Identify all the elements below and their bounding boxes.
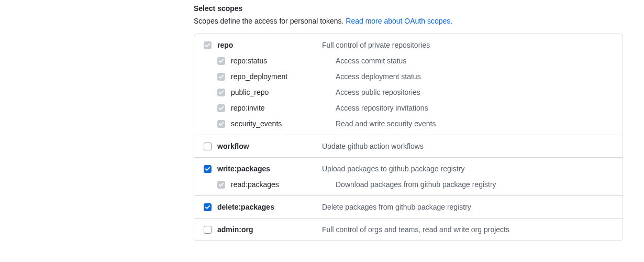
- checkbox-wrap: [216, 88, 226, 97]
- scope-group: workflowUpdate github action workflows: [194, 135, 623, 157]
- scope-row-write-packages: write:packagesUpload packages to github …: [194, 158, 623, 177]
- scope-row-public-repo: public_repoAccess public repositories: [194, 84, 623, 100]
- scope-checkbox-workflow[interactable]: [204, 143, 212, 150]
- scope-row-workflow: workflowUpdate github action workflows: [194, 135, 623, 157]
- section-description: Scopes define the access for personal to…: [194, 17, 623, 25]
- scope-description: Download packages from github package re…: [336, 180, 614, 189]
- scope-list: repoFull control of private repositories…: [194, 34, 623, 241]
- scope-checkbox-repo[interactable]: [204, 41, 212, 49]
- scope-row-repo: repoFull control of private repositories: [194, 34, 623, 53]
- checkbox-wrap: [216, 180, 226, 189]
- scope-name[interactable]: public_repo: [231, 88, 336, 96]
- scope-group: write:packagesUpload packages to github …: [194, 157, 623, 195]
- check-icon: [205, 204, 210, 210]
- description-text: Scopes define the access for personal to…: [194, 17, 346, 25]
- scope-checkbox-read-packages[interactable]: [217, 181, 225, 189]
- scope-description: Access repository invitations: [336, 104, 614, 112]
- scope-description: Update github action workflows: [322, 142, 614, 150]
- scope-checkbox-repo-invite[interactable]: [217, 104, 225, 112]
- scope-row-delete-packages: delete:packagesDelete packages from gith…: [194, 196, 623, 218]
- scope-name[interactable]: read:packages: [231, 180, 336, 189]
- scope-checkbox-repo-status[interactable]: [217, 57, 225, 65]
- scope-checkbox-delete-packages[interactable]: [204, 203, 212, 211]
- check-icon: [218, 182, 224, 188]
- scope-name[interactable]: admin:org: [217, 225, 322, 234]
- scope-name[interactable]: delete:packages: [217, 203, 322, 211]
- scope-row-admin-org: admin:orgFull control of orgs and teams,…: [194, 219, 623, 241]
- checkbox-wrap: [203, 40, 212, 50]
- scope-description: Read and write security events: [336, 119, 614, 128]
- scope-description: Full control of orgs and teams, read and…: [322, 225, 614, 234]
- scope-row-repo-status: repo:statusAccess commit status: [194, 53, 623, 69]
- scope-row-read-packages: read:packagesDownload packages from gith…: [194, 177, 623, 195]
- checkbox-wrap: [216, 72, 226, 81]
- scope-description: Upload packages to github package regist…: [322, 165, 614, 173]
- checkbox-wrap: [203, 141, 212, 151]
- checkbox-wrap: [203, 202, 212, 212]
- scope-group: delete:packagesDelete packages from gith…: [194, 195, 623, 218]
- scope-row-repo-deployment: repo_deploymentAccess deployment status: [194, 69, 623, 84]
- scope-name[interactable]: repo:invite: [231, 104, 336, 112]
- scope-group: repoFull control of private repositories…: [194, 34, 623, 135]
- check-icon: [218, 105, 224, 111]
- scope-row-repo-invite: repo:inviteAccess repository invitations: [194, 100, 623, 116]
- section-title: Select scopes: [194, 4, 623, 13]
- scope-name[interactable]: repo: [217, 41, 322, 49]
- scope-checkbox-security-events[interactable]: [217, 120, 225, 128]
- scope-description: Delete packages from github package regi…: [322, 203, 614, 211]
- scope-checkbox-admin-org[interactable]: [204, 226, 212, 234]
- check-icon: [205, 166, 210, 172]
- check-icon: [218, 90, 224, 95]
- checkbox-wrap: [203, 225, 212, 234]
- scope-name[interactable]: write:packages: [217, 165, 322, 173]
- check-icon: [218, 121, 224, 127]
- scope-name[interactable]: repo_deployment: [231, 72, 336, 81]
- scope-name[interactable]: repo:status: [231, 57, 336, 65]
- checkbox-wrap: [216, 56, 226, 66]
- scope-description: Access public repositories: [336, 88, 614, 96]
- check-icon: [205, 42, 210, 48]
- checkbox-wrap: [216, 103, 226, 113]
- scope-row-security-events: security_eventsRead and write security e…: [194, 116, 623, 135]
- checkbox-wrap: [216, 119, 226, 128]
- scope-name[interactable]: security_events: [231, 119, 336, 128]
- scope-description: Access commit status: [336, 57, 614, 65]
- scope-description: Full control of private repositories: [322, 41, 614, 49]
- checkbox-wrap: [203, 164, 212, 173]
- scope-description: Access deployment status: [336, 72, 614, 81]
- oauth-scopes-link[interactable]: Read more about OAuth scopes.: [346, 17, 452, 25]
- scope-checkbox-write-packages[interactable]: [204, 165, 212, 173]
- scope-checkbox-repo-deployment[interactable]: [217, 73, 225, 81]
- scope-selection-container: Select scopes Scopes define the access f…: [194, 4, 623, 241]
- check-icon: [218, 74, 224, 80]
- check-icon: [218, 58, 224, 64]
- scope-checkbox-public-repo[interactable]: [217, 89, 225, 96]
- scope-name[interactable]: workflow: [217, 142, 322, 150]
- scope-group: admin:orgFull control of orgs and teams,…: [194, 218, 623, 241]
